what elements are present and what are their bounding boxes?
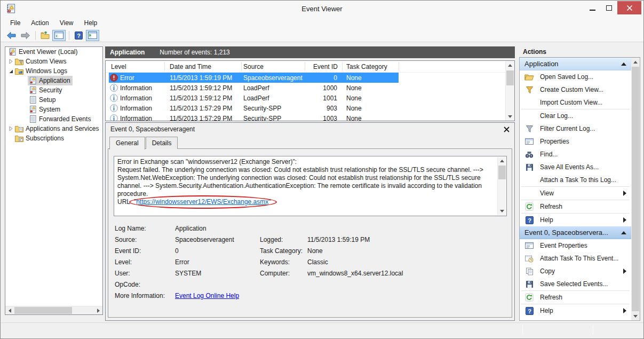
action-properties[interactable]: Properties (520, 135, 631, 148)
action-help[interactable]: ? Help (520, 214, 631, 226)
scroll-up-button[interactable] (631, 58, 640, 66)
tab-general[interactable]: General (109, 137, 145, 149)
show-action-pane-button[interactable] (86, 30, 99, 41)
event-detail-panel: Event 0, Spaceobserveragent General Deta… (105, 122, 515, 321)
tree-item-forwarded-events[interactable]: Forwarded Events (5, 114, 102, 124)
menu-view[interactable]: View (54, 17, 79, 29)
chevron-right-icon[interactable] (6, 124, 14, 133)
action-import-custom-view[interactable]: Import Custom View... (520, 96, 631, 109)
tree-item-security[interactable]: Security (5, 85, 102, 95)
tree-item-windows-logs[interactable]: Windows Logs (5, 66, 102, 76)
maximize-button[interactable] (601, 1, 617, 14)
tab-details[interactable]: Details (146, 137, 178, 149)
column-separator[interactable] (399, 62, 399, 72)
scrollbar-thumb[interactable] (498, 165, 506, 179)
event-list-scrollbar[interactable] (505, 61, 514, 121)
user-label: User: (115, 270, 130, 277)
open-folder-icon (524, 72, 535, 82)
exchange-url-link[interactable]: https://windowsserver12/EWS/Exchange.asm… (136, 198, 268, 206)
status-separator (593, 325, 593, 335)
message-scrollbar[interactable] (497, 157, 506, 215)
tree-item-system[interactable]: System (5, 105, 102, 114)
table-row-information[interactable]: Information 11/5/2013 1:57:29 PM Securit… (106, 103, 505, 113)
actions-scrollbar[interactable] (631, 58, 640, 320)
message-body: Request failed. The underlying connectio… (117, 166, 495, 198)
table-row-information[interactable]: Information 11/5/2013 1:59:12 PM LoadPer… (106, 93, 505, 103)
scroll-down-button[interactable] (498, 207, 506, 215)
close-quote: " (268, 198, 271, 206)
scroll-up-button[interactable] (498, 157, 506, 165)
chevron-expanded-icon[interactable] (6, 67, 14, 75)
column-event-id[interactable]: Event ID (305, 63, 338, 70)
action-view[interactable]: View (520, 187, 631, 200)
action-open-saved-log[interactable]: Open Saved Log... (520, 70, 631, 83)
window-title: Event Viewer (1, 5, 643, 13)
show-console-tree-button[interactable] (52, 30, 66, 41)
actions-section-application[interactable]: Application (520, 58, 631, 70)
column-source[interactable]: Source (243, 63, 264, 70)
detail-close-button[interactable] (503, 125, 510, 133)
scroll-right-button[interactable] (94, 306, 102, 314)
table-row-error[interactable]: Error 11/5/2013 1:59:19 PM Spaceobserver… (106, 73, 505, 83)
back-button[interactable] (5, 30, 18, 41)
event-log-plain-icon (28, 115, 37, 123)
open-saved-log-button[interactable] (38, 30, 52, 41)
table-row-information-clipped[interactable]: Information 11/5/2013 1:57:29 PM Securit… (106, 113, 505, 121)
column-separator[interactable] (305, 62, 305, 72)
tree-item-application[interactable]: Application (5, 76, 102, 85)
no-icon (524, 175, 535, 185)
action-refresh[interactable]: Refresh (520, 200, 631, 213)
tree-item-custom-views[interactable]: Custom Views (5, 57, 102, 66)
scroll-down-button[interactable] (506, 112, 514, 121)
action-help-event[interactable]: ? Help (520, 304, 631, 317)
action-attach-task-to-log[interactable]: Attach a Task To this Log... (520, 174, 631, 186)
action-refresh-event[interactable]: Refresh (520, 291, 631, 304)
action-create-custom-view[interactable]: Create Custom View... (520, 83, 631, 96)
collapse-section-icon[interactable] (621, 231, 626, 234)
tree-item-event-viewer-local[interactable]: Event Viewer (Local) (5, 47, 102, 57)
submenu-arrow-icon (623, 217, 626, 223)
tree-item-applications-and-services[interactable]: Applications and Services (5, 124, 102, 133)
message-line1: Error in Exchange scan "windowsserver12 … (117, 158, 495, 166)
scroll-down-button[interactable] (631, 312, 640, 320)
information-icon (110, 84, 118, 92)
column-separator[interactable] (241, 62, 242, 72)
event-log-online-help-link[interactable]: Event Log Online Help (175, 292, 239, 299)
menu-action[interactable]: Action (26, 17, 54, 29)
action-clear-log[interactable]: Clear Log... (520, 109, 631, 122)
tree-item-setup[interactable]: Setup (5, 95, 102, 105)
menu-file[interactable]: File (5, 17, 26, 29)
action-save-selected-events[interactable]: Save Selected Events... (520, 278, 631, 290)
actions-section-event0[interactable]: Event 0, Spaceobservera... (520, 226, 631, 239)
scrollbar-thumb[interactable] (506, 70, 514, 85)
column-date-and-time[interactable]: Date and Time (170, 63, 211, 70)
scroll-left-button[interactable] (5, 306, 14, 314)
computer-label: Computer: (260, 270, 290, 277)
column-separator[interactable] (342, 62, 343, 72)
field-row: Log Name: Application (115, 225, 507, 233)
minimize-button[interactable] (584, 1, 601, 14)
collapse-section-icon[interactable] (621, 62, 626, 66)
column-task-category[interactable]: Task Category (346, 63, 387, 70)
action-event-properties[interactable]: Event Properties (520, 239, 631, 252)
column-separator[interactable] (164, 62, 165, 72)
action-find[interactable]: Find... (520, 148, 631, 161)
action-copy[interactable]: Copy (520, 265, 631, 278)
tree-horizontal-scrollbar[interactable] (5, 306, 102, 314)
column-level[interactable]: Level (111, 63, 126, 70)
forward-button[interactable] (19, 30, 32, 41)
scrollbar-thumb[interactable] (14, 307, 72, 314)
field-row: More Information: Event Log Online Help (115, 292, 507, 301)
close-button[interactable] (617, 1, 641, 14)
tree-item-subscriptions[interactable]: Subscriptions (5, 133, 102, 143)
menu-help[interactable]: Help (79, 17, 103, 29)
help-button[interactable]: ? (72, 30, 85, 41)
table-row-information[interactable]: Information 11/5/2013 1:59:12 PM LoadPer… (106, 83, 505, 93)
scrollbar-thumb[interactable] (632, 67, 639, 311)
action-attach-task-to-event[interactable]: Attach Task To This Event... (520, 252, 631, 265)
minimize-icon (590, 10, 595, 11)
chevron-right-icon[interactable] (6, 57, 14, 66)
action-save-all-events-as[interactable]: Save All Events As... (520, 161, 631, 174)
scroll-up-button[interactable] (506, 61, 514, 69)
action-filter-current-log[interactable]: Filter Current Log... (520, 122, 631, 135)
